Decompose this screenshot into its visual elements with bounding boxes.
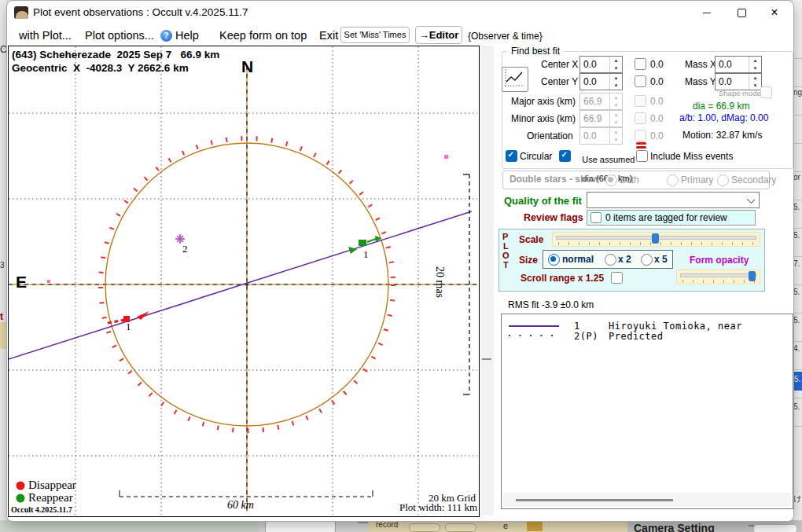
center-x-checkbox[interactable]	[635, 58, 646, 70]
scale-bar-label: 60 km	[227, 499, 254, 512]
double-stars-primary-label: Primary	[681, 174, 713, 185]
plot-title-line2: Geocentric X -4028.3 Y 2662.6 km	[12, 62, 189, 74]
plot-letter-o: O	[502, 251, 510, 260]
major-axis-label: Major axis (km)	[511, 96, 576, 107]
observations-listbox[interactable]: 1 Hiroyuki Tomioka, near 2(P) Predicted	[501, 314, 793, 509]
set-miss-times-button[interactable]: Set 'Miss' Times	[340, 27, 410, 43]
chord-2-dotted-sample	[508, 334, 561, 337]
use-assumed-dia-checkbox[interactable]	[559, 150, 571, 162]
fit-chart-button[interactable]	[502, 67, 528, 92]
spinner-arrows[interactable]: ▲▼	[749, 74, 761, 90]
close-icon: ×	[771, 6, 778, 20]
plot-version-label: Occult 4.2025.11.7	[11, 505, 72, 514]
listbox-horizontal-scrollbar[interactable]	[503, 493, 791, 507]
menu-exit[interactable]: Exit	[319, 29, 338, 42]
bg-fragment: or	[793, 173, 800, 182]
background-left-sliver: C 3 t	[0, 0, 6, 532]
editor-button[interactable]: →Editor	[415, 26, 462, 44]
major-axis-offset: 0.0	[650, 96, 664, 107]
mas-scale-label: 20 mas	[433, 266, 446, 298]
shape-model-checkbox[interactable]	[760, 86, 772, 98]
include-miss-events-checkbox[interactable]	[636, 150, 648, 162]
center-y-checkbox[interactable]	[635, 75, 646, 87]
scroll-range-checkbox[interactable]	[611, 272, 623, 284]
size-normal-radio[interactable]	[548, 254, 560, 266]
menu-plot-options[interactable]: Plot options...	[85, 29, 154, 42]
legend-disappear-dot	[17, 482, 25, 490]
plot-canvas[interactable]	[9, 46, 477, 515]
minor-axis-offset: 0.0	[650, 113, 664, 124]
scrollbar-thumb[interactable]	[482, 358, 491, 360]
observation-1-name[interactable]: Hiroyuki Tomioka, near	[609, 321, 742, 332]
circular-label: Circular	[520, 151, 552, 162]
occult-plot-window: Plot event observations : Occult v.4.202…	[6, 0, 794, 522]
observation-2-name[interactable]: Predicted	[609, 331, 664, 342]
bg-fragment: e	[503, 521, 508, 530]
circular-checkbox[interactable]	[506, 150, 517, 162]
plot-controls-box: P L O T Scale Size normal x 2 x 5 Form o…	[498, 229, 765, 292]
legend-reappear-label: Reappear	[28, 491, 73, 504]
mass-x-spinner[interactable]: 0.0▲▼	[715, 56, 762, 73]
major-axis-spinner: 66.9▲▼	[579, 93, 623, 110]
size-x5-radio[interactable]	[641, 254, 653, 266]
center-y-spinner[interactable]: 0.0▲▼	[579, 73, 623, 90]
orientation-checkbox	[635, 130, 646, 141]
minimize-button[interactable]	[690, 1, 724, 24]
size-x2-label: x 2	[618, 254, 631, 265]
chevron-down-icon	[747, 196, 755, 204]
spinner-arrows[interactable]: ▲▼	[609, 57, 622, 72]
spinner-arrows[interactable]: ▲▼	[749, 57, 761, 72]
quality-of-fit-label: Quality of the fit	[504, 195, 582, 207]
menu-keep-form-on-top[interactable]: Keep form on top	[219, 29, 307, 42]
menu-with-plot[interactable]: with Plot...	[19, 29, 72, 42]
chord-1-line[interactable]	[9, 211, 472, 359]
bg-selected-row: 5.	[793, 372, 802, 391]
review-flags-checkbox[interactable]	[590, 212, 602, 223]
bg-fragment: 5.	[793, 402, 800, 411]
double-stars-both-label: Both	[620, 174, 639, 185]
plot-width-label: Plot width: 111 km	[399, 501, 477, 514]
bg-fragment: 5.	[793, 231, 800, 240]
quality-of-fit-select[interactable]: Astrometry only. No reliable size	[587, 192, 760, 208]
review-flags-label: Review flags	[524, 212, 583, 223]
bg-tan-panel: record e	[368, 520, 627, 532]
scale-slider-thumb[interactable]	[652, 233, 659, 244]
double-stars-primary-radio	[667, 174, 679, 186]
minor-axis-checkbox	[635, 112, 646, 124]
observer-time-label: {Observer & time}	[468, 31, 543, 42]
size-x2-radio[interactable]	[605, 254, 616, 266]
center-axes	[9, 66, 477, 512]
scale-slider[interactable]	[552, 232, 760, 247]
bg-fragment: け	[793, 493, 801, 504]
ab-dmag-readout: a/b: 1.00, dMag: 0.00	[679, 112, 768, 123]
mass-y-spinner[interactable]: 0.0▲▼	[715, 73, 762, 90]
help-icon[interactable]: ?	[160, 30, 172, 42]
slider-groove	[680, 273, 756, 277]
maximize-button[interactable]	[724, 1, 759, 24]
center-x-spinner[interactable]: 0.0▲▼	[579, 56, 623, 73]
bg-fragment: 5.	[794, 375, 800, 383]
observation-2-number[interactable]: 2(P)	[574, 331, 598, 342]
plot-vertical-scrollbar[interactable]	[480, 46, 494, 515]
double-stars-group: Double stars - show Both Primary Seconda…	[502, 171, 770, 189]
bg-fragment: 3	[0, 261, 5, 270]
double-stars-title: Double stars - show	[510, 174, 599, 185]
double-stars-secondary-radio	[717, 174, 729, 186]
app-icon	[14, 6, 28, 19]
form-opacity-slider[interactable]	[676, 270, 760, 284]
plot-letter-p: P	[502, 232, 508, 241]
close-button[interactable]: ×	[757, 1, 792, 24]
chart-icon	[502, 68, 526, 90]
orientation-label: Orientation	[527, 130, 573, 141]
menu-help[interactable]: Help	[175, 29, 199, 42]
form-opacity-slider-thumb[interactable]	[749, 271, 756, 281]
observation-1-number[interactable]: 1	[574, 321, 580, 332]
bg-fragment: 5.	[793, 316, 800, 325]
review-flags-field: 0 items are tagged for review	[587, 210, 756, 226]
spinner-arrows[interactable]: ▲▼	[609, 74, 622, 90]
scrollbar-thumb[interactable]	[516, 499, 673, 501]
chord-1-disappear-number: 1	[126, 321, 131, 333]
title-bar[interactable]: Plot event observations : Occult v.4.202…	[7, 1, 793, 24]
bg-rounded-button	[753, 524, 797, 532]
plot-panel[interactable]: (643) Scheherezade 2025 Sep 7 66.9 km Ge…	[8, 46, 480, 517]
